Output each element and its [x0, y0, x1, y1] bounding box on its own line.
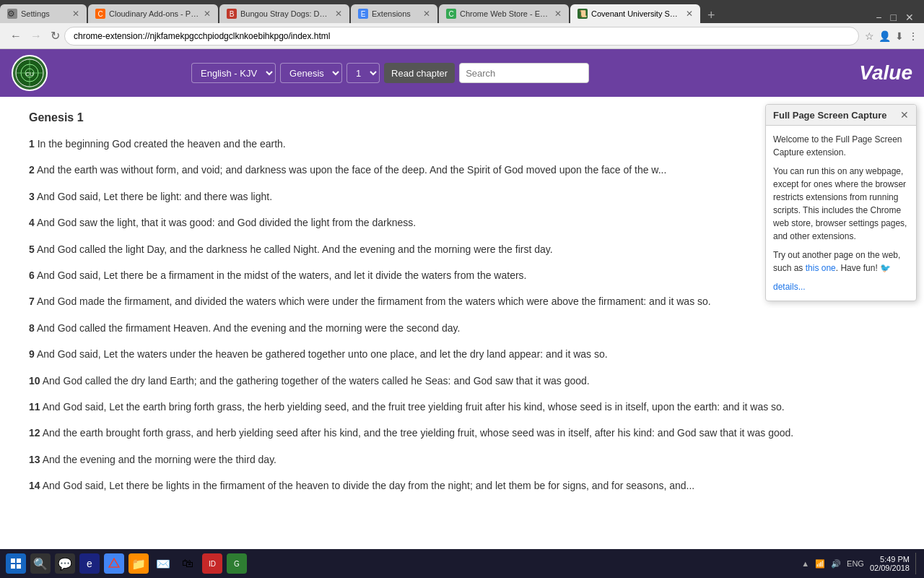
verse-10: 10 And God called the dry land Earth; an… — [29, 373, 895, 389]
popup-title: Full Page Screen Capture — [773, 110, 887, 121]
svg-rect-6 — [11, 558, 15, 563]
tab-cloudinary[interactable]: C Cloudinary Add-ons - Po... ✕ — [88, 4, 218, 23]
taskbar-apps: 🔍 💬 e 📁 ✉️ 🛍 ID G — [6, 553, 247, 574]
search-input[interactable] — [459, 63, 589, 83]
tab-covenant-close[interactable]: ✕ — [686, 9, 693, 19]
tab-extensions[interactable]: E Extensions ✕ — [351, 4, 437, 23]
verse-text-1: In the beginning God created the heaven … — [38, 138, 286, 150]
tab-extensions-close[interactable]: ✕ — [423, 9, 430, 19]
forward-button[interactable]: → — [26, 30, 46, 43]
verse-text-5: And God called the light Day, and the da… — [37, 243, 553, 255]
taskbar-time: 5:49 PM — [870, 555, 910, 564]
tab-settings-label: Settings — [21, 9, 68, 18]
tab-cloudinary-label: Cloudinary Add-ons - Po... — [109, 9, 199, 18]
verse-num-3: 3 — [29, 191, 35, 202]
verse-num-7: 7 — [29, 296, 35, 307]
verse-text-3: And God said, Let there be light: and th… — [37, 191, 272, 202]
verse-text-2: And the earth was without form, and void… — [37, 164, 666, 176]
tab-favicon-covenant: 📜 — [578, 9, 588, 19]
verse-12: 12 And the earth brought forth grass, an… — [29, 425, 895, 441]
taskbar-clock: 5:49 PM 02/09/2018 — [870, 555, 910, 572]
header-controls: English - KJV Genesis 1 Read chapter — [191, 63, 589, 83]
verse-num-13: 13 — [29, 454, 40, 465]
address-input[interactable] — [64, 27, 859, 46]
verse-text-9: And God said, Let the waters under the h… — [37, 348, 608, 360]
taskbar-volume-icon[interactable]: 🔊 — [831, 559, 841, 569]
taskbar-mail-button[interactable]: ✉️ — [153, 553, 173, 574]
taskbar-up-arrow[interactable]: ▲ — [801, 559, 809, 568]
screen-capture-popup: Full Page Screen Capture ✕ Welcome to th… — [765, 104, 917, 301]
tab-bungou-close[interactable]: ✕ — [335, 9, 342, 19]
tab-settings-close[interactable]: ✕ — [72, 9, 79, 19]
verse-text-7: And God made the firmament, and divided … — [37, 296, 711, 307]
taskbar-language: ENG — [847, 559, 864, 568]
tab-favicon-bungou: B — [227, 9, 237, 19]
user-icon[interactable]: 👤 — [879, 30, 891, 42]
tab-cloudinary-close[interactable]: ✕ — [204, 9, 211, 19]
logo-svg: CU — [15, 59, 44, 87]
bookmark-icon[interactable]: ☆ — [865, 30, 874, 42]
taskbar-cortana-button[interactable]: 💬 — [55, 553, 75, 574]
popup-close-button[interactable]: ✕ — [900, 109, 909, 121]
verse-num-8: 8 — [29, 322, 35, 334]
popup-body1: You can run this on any webpage, except … — [773, 165, 909, 243]
verse-text-4: And God saw the light, that it was good:… — [37, 217, 416, 228]
page-header: CU English - KJV Genesis 1 Read chapter … — [0, 49, 924, 97]
minimize-button[interactable]: − — [871, 12, 886, 23]
tab-chrome-store[interactable]: C Chrome Web Store - Ext... ✕ — [439, 4, 569, 23]
popup-body2-suffix: . Have fun! 🐦 — [836, 263, 891, 273]
taskbar-show-desktop[interactable] — [915, 553, 918, 574]
popup-details-link[interactable]: details... — [773, 280, 909, 293]
taskbar-app5-button[interactable]: ID — [202, 553, 222, 574]
maximize-button[interactable]: □ — [886, 12, 901, 23]
verse-14: 14 And God said, Let there be lights in … — [29, 478, 895, 493]
taskbar-app6-button[interactable]: G — [227, 553, 247, 574]
verse-9: 9 And God said, Let the waters under the… — [29, 346, 895, 362]
tab-favicon-cloudinary: C — [95, 9, 105, 19]
taskbar-date: 02/09/2018 — [870, 564, 910, 572]
read-chapter-button[interactable]: Read chapter — [384, 63, 455, 83]
verse-num-5: 5 — [29, 243, 35, 255]
popup-body2: Try out another page on the web, such as… — [773, 249, 909, 275]
tab-favicon-extensions: E — [358, 9, 368, 19]
taskbar-start-button[interactable] — [6, 553, 26, 574]
svg-rect-7 — [17, 558, 21, 563]
taskbar-chrome-button[interactable] — [104, 553, 124, 574]
verse-11: 11 And God said, Let the earth bring for… — [29, 399, 895, 415]
popup-body: Welcome to the Full Page Screen Capture … — [766, 126, 916, 301]
tab-chrome-store-close[interactable]: ✕ — [554, 9, 562, 19]
taskbar-system-tray: ▲ 📶 🔊 ENG 5:49 PM 02/09/2018 — [801, 553, 918, 574]
chapter-select[interactable]: 1 — [346, 63, 380, 83]
verse-num-10: 10 — [29, 375, 40, 387]
verse-8: 8 And God called the firmament Heaven. A… — [29, 320, 895, 336]
taskbar-search-button[interactable]: 🔍 — [30, 553, 51, 574]
language-select[interactable]: English - KJV — [191, 63, 276, 83]
tab-bungou-label: Bungou Stray Dogs: Des... — [240, 9, 331, 18]
back-button[interactable]: ← — [6, 30, 26, 43]
new-tab-button[interactable]: + — [702, 8, 721, 23]
menu-icon[interactable]: ⋮ — [908, 30, 918, 42]
verse-num-2: 2 — [29, 164, 35, 176]
refresh-button[interactable]: ↻ — [46, 29, 64, 43]
taskbar-network-icon: 📶 — [815, 559, 825, 569]
header-value-label: Value — [859, 61, 912, 85]
verse-13: 13 And the evening and the morning were … — [29, 452, 895, 467]
book-select[interactable]: Genesis — [280, 63, 342, 83]
taskbar-store-button[interactable]: 🛍 — [178, 553, 198, 574]
tab-settings[interactable]: ⚙ Settings ✕ — [0, 4, 87, 23]
verse-text-11: And God said, Let the earth bring forth … — [43, 401, 785, 413]
verse-num-11: 11 — [29, 401, 40, 413]
popup-welcome: Welcome to the Full Page Screen Capture … — [773, 133, 909, 159]
tab-bungou[interactable]: B Bungou Stray Dogs: Des... ✕ — [219, 4, 349, 23]
tab-covenant[interactable]: 📜 Covenant University Scri... ✕ — [570, 4, 700, 23]
close-button[interactable]: ✕ — [901, 12, 918, 23]
taskbar-ie-button[interactable]: e — [79, 553, 100, 574]
taskbar: 🔍 💬 e 📁 ✉️ 🛍 ID G ▲ 📶 🔊 ENG 5:49 P — [0, 549, 924, 578]
download-icon[interactable]: ⬇ — [895, 30, 904, 42]
popup-header: Full Page Screen Capture ✕ — [766, 105, 916, 126]
taskbar-folder-button[interactable]: 📁 — [128, 553, 149, 574]
verse-text-6: And God said, Let there be a firmament i… — [37, 269, 527, 281]
popup-this-one-link[interactable]: this one — [806, 263, 836, 273]
verse-text-13: And the evening and the morning were the… — [43, 454, 276, 465]
taskbar-lang-label: ENG — [847, 559, 864, 568]
